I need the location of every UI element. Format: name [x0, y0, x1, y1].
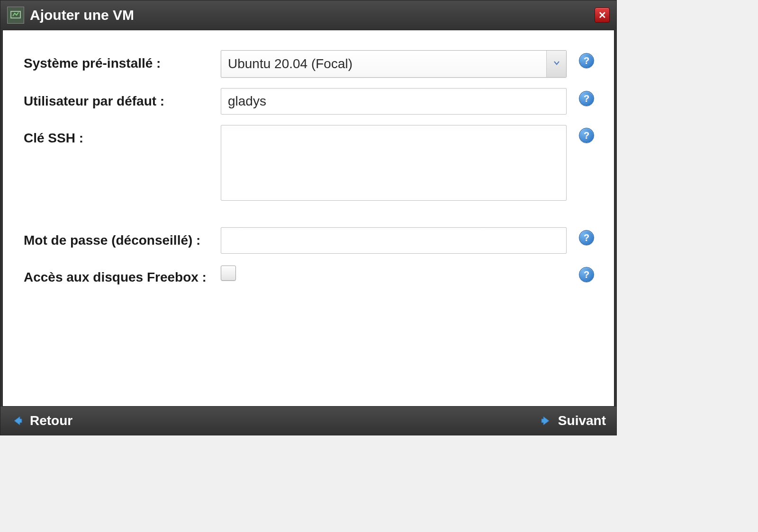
- arrow-left-icon: [11, 414, 24, 427]
- back-button-label: Retour: [30, 413, 72, 428]
- row-disk-access: Accès aux disques Freebox : ?: [24, 264, 595, 286]
- row-ssh-key: Clé SSH : ?: [24, 125, 595, 203]
- dialog-body: Système pré-installé : Ubuntu 20.04 (Foc…: [2, 30, 614, 407]
- help-button-disk-access[interactable]: ?: [579, 267, 594, 282]
- disk-access-checkbox[interactable]: [221, 266, 236, 281]
- help-icon: ?: [584, 232, 589, 243]
- combobox-trigger[interactable]: [546, 51, 566, 77]
- help-icon: ?: [584, 130, 589, 141]
- dialog-footer: Retour Suivant: [0, 407, 616, 435]
- label-default-user: Utilisateur par défaut :: [24, 88, 221, 110]
- window-title: Ajouter une VM: [30, 7, 595, 23]
- preinstalled-system-value: Ubuntu 20.04 (Focal): [221, 51, 546, 77]
- ssh-key-textarea[interactable]: [221, 125, 567, 201]
- dialog-window: Ajouter une VM ✕ Système pré-installé : …: [0, 0, 617, 435]
- help-icon: ?: [584, 269, 589, 280]
- label-preinstalled-system: Système pré-installé :: [24, 50, 221, 72]
- next-button-label: Suivant: [558, 413, 606, 428]
- row-password: Mot de passe (déconseillé) : ?: [24, 227, 595, 254]
- chevron-down-icon: [553, 59, 560, 69]
- label-disk-access: Accès aux disques Freebox :: [24, 264, 221, 286]
- row-default-user: Utilisateur par défaut : ?: [24, 88, 595, 115]
- help-button-default-user[interactable]: ?: [579, 91, 594, 106]
- vm-app-icon: [7, 7, 24, 24]
- label-password: Mot de passe (déconseillé) :: [24, 227, 221, 249]
- row-preinstalled-system: Système pré-installé : Ubuntu 20.04 (Foc…: [24, 50, 595, 78]
- label-ssh-key: Clé SSH :: [24, 125, 221, 147]
- close-icon: ✕: [598, 9, 606, 21]
- back-button[interactable]: Retour: [11, 413, 72, 428]
- preinstalled-system-combobox[interactable]: Ubuntu 20.04 (Focal): [221, 50, 567, 78]
- close-button[interactable]: ✕: [595, 8, 610, 23]
- help-button-system[interactable]: ?: [579, 53, 594, 68]
- next-button[interactable]: Suivant: [539, 413, 606, 428]
- arrow-right-icon: [539, 414, 552, 427]
- titlebar: Ajouter une VM ✕: [0, 0, 616, 30]
- default-user-input[interactable]: [221, 88, 567, 115]
- help-icon: ?: [584, 55, 589, 66]
- password-input[interactable]: [221, 227, 567, 254]
- help-icon: ?: [584, 93, 589, 104]
- help-button-password[interactable]: ?: [579, 230, 594, 245]
- help-button-ssh-key[interactable]: ?: [579, 128, 594, 143]
